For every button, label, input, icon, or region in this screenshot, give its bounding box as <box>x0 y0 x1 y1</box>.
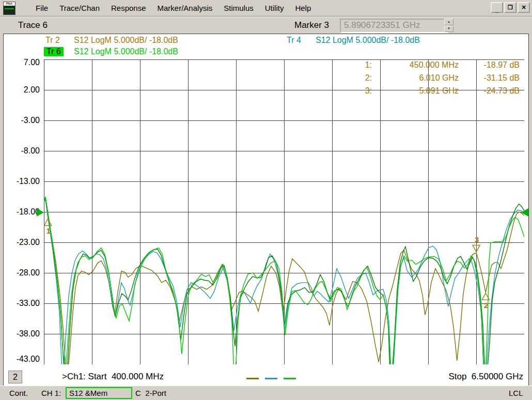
marker-entry-label: Marker 3 <box>294 20 329 30</box>
page-number-box[interactable]: 2 <box>8 371 22 383</box>
legend-tr6-id[interactable]: Tr 6 <box>44 47 64 56</box>
status-bar: Cont. CH 1: S12 &Mem C 2-Port LCL <box>0 386 532 400</box>
marker-1-symbol[interactable]: 1 <box>44 219 52 235</box>
marker-number: 2: <box>357 73 372 86</box>
marker-readout-table: 1:450.000 MHz-18.97 dB2:6.010 GHz-31.15 … <box>357 60 520 99</box>
y-axis-tick-label: 7.00 <box>0 58 40 67</box>
marker-amplitude: -31.15 dB <box>459 73 520 86</box>
y-axis-tick-label: -38.00 <box>0 329 40 339</box>
measurement-indicator[interactable]: S12 &Mem <box>66 387 132 399</box>
menu-item-stimulus[interactable]: Stimulus <box>218 1 259 16</box>
legend-tr4-text: S12 LogM 5.000dB/ -18.0dB <box>316 36 420 45</box>
y-axis-tick-label: -8.00 <box>0 146 40 156</box>
y-axis-tick-label: -18.00 <box>0 207 40 217</box>
active-trace-title: Trace 6 <box>18 20 48 30</box>
legend-tr6-text: S12 LogM 5.000dB/ -18.0dB <box>74 47 178 56</box>
marker-frequency-stepper: ▲ ▼ <box>444 19 453 32</box>
app-icon-screen <box>4 6 15 14</box>
reference-level-arrow-left-icon[interactable] <box>37 208 44 217</box>
minimize-button[interactable]: _ <box>491 2 503 13</box>
marker-frequency: 6.010 GHz <box>372 73 459 86</box>
close-button[interactable]: ✕ <box>518 2 530 13</box>
minimize-icon: _ <box>495 7 498 13</box>
reference-level-arrow-right-icon[interactable] <box>521 208 528 217</box>
svg-text:1: 1 <box>46 226 50 235</box>
stepper-up-icon[interactable]: ▲ <box>444 19 453 25</box>
y-axis-tick-label: -43.00 <box>0 355 40 364</box>
window-controls: _ ❐ ✕ <box>491 2 530 13</box>
menu-items: FileTrace/ChanResponseMarker/AnalysisSti… <box>30 1 317 16</box>
y-axis-tick-label: -13.00 <box>0 177 40 186</box>
channel-start-label: >Ch1: Start 400.000 MHz <box>62 372 164 382</box>
pna-app-icon[interactable]: PNA <box>3 2 15 15</box>
menu-item-response[interactable]: Response <box>105 1 152 16</box>
channel-stop-label: Stop 6.50000 GHz <box>424 372 523 382</box>
legend-tr2-text: S12 LogM 5.000dB/ -18.0dB <box>74 36 178 45</box>
menu-item-marker-analysis[interactable]: Marker/Analysis <box>152 1 218 16</box>
marker-readout-row: 3:5.891 GHz-24.73 dB <box>357 86 520 99</box>
marker-number: 3: <box>357 86 372 99</box>
menu-item-help[interactable]: Help <box>289 1 317 16</box>
marker-amplitude: -18.97 dB <box>459 60 520 73</box>
tr6-trace-color-swatch <box>284 378 296 379</box>
marker-readout-row: 2:6.010 GHz-31.15 dB <box>357 73 520 86</box>
stepper-down-icon[interactable]: ▼ <box>444 26 453 33</box>
marker-amplitude: -24.73 dB <box>459 86 520 99</box>
marker-readout-row: 1:450.000 MHz-18.97 dB <box>357 60 520 73</box>
restore-button[interactable]: ❐ <box>504 2 517 13</box>
trace-plot: 123 <box>44 59 524 364</box>
marker-frequency-input[interactable]: 5.8906723351 GHz <box>340 19 448 33</box>
pna-application-window: { "window": { "menu": ["File", "Trace/Ch… <box>0 0 532 400</box>
menu-item-trace-chan[interactable]: Trace/Chan <box>54 1 105 16</box>
restore-icon: ❐ <box>508 4 513 11</box>
tr4-trace-color-swatch <box>265 378 277 379</box>
trace-toolbar: Trace 6 Marker 3 5.8906723351 GHz ▲ ▼ <box>0 17 532 34</box>
legend-tr4-id[interactable]: Tr 4 <box>287 36 301 45</box>
acquisition-status: Cont. <box>9 389 28 397</box>
marker-frequency: 5.891 GHz <box>372 86 459 99</box>
y-axis-tick-label: -28.00 <box>0 268 40 278</box>
close-icon: ✕ <box>521 4 526 11</box>
menu-item-utility[interactable]: Utility <box>259 1 290 16</box>
y-axis-tick-label: 2.00 <box>0 85 40 95</box>
channel-label: CH 1: <box>41 389 61 397</box>
menu-bar: PNA FileTrace/ChanResponseMarker/Analysi… <box>0 0 532 17</box>
y-axis-tick-label: -33.00 <box>0 299 40 308</box>
marker-number: 1: <box>357 60 372 73</box>
svg-text:3: 3 <box>475 235 479 244</box>
y-axis-tick-label: -23.00 <box>0 238 40 247</box>
svg-text:2: 2 <box>484 301 488 310</box>
legend-tr2-id[interactable]: Tr 2 <box>45 36 60 45</box>
y-axis-tick-label: -3.00 <box>0 116 40 125</box>
calibration-status: C 2-Port <box>135 389 166 397</box>
marker-frequency: 450.000 MHz <box>372 60 459 73</box>
app-icon-label: PNA <box>4 2 15 6</box>
remote-local-status: LCL <box>509 389 523 397</box>
tr2-trace-color-swatch <box>246 378 259 379</box>
menu-item-file[interactable]: File <box>30 1 54 16</box>
